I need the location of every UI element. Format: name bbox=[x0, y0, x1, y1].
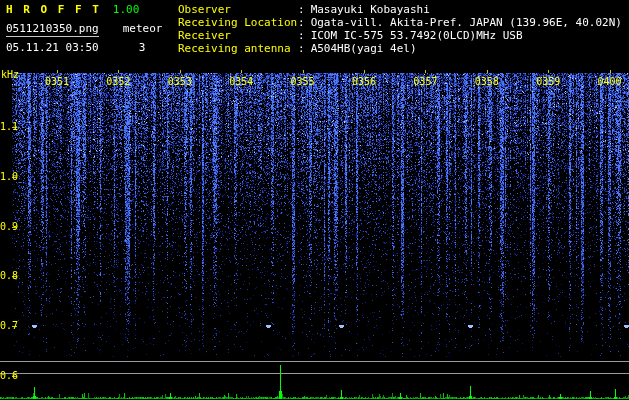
info-separator: : bbox=[298, 3, 305, 16]
info-value: Ogata-vill. Akita-Pref. JAPAN (139.96E, … bbox=[311, 16, 622, 29]
info-value: Masayuki Kobayashi bbox=[311, 3, 430, 16]
info-label: Receiver bbox=[178, 29, 298, 42]
spectrogram-canvas bbox=[0, 70, 629, 400]
app-title: H R O F F T bbox=[6, 3, 101, 16]
datetime-label: 05.11.21 03:50 bbox=[6, 41, 99, 54]
title-row: H R O F F T1.00 bbox=[6, 3, 178, 16]
app-version: 1.00 bbox=[113, 3, 140, 16]
info-separator: : bbox=[298, 16, 305, 29]
info-label: Receiving Location bbox=[178, 16, 298, 29]
file-row: 0511210350.pngmeteor bbox=[6, 22, 178, 35]
run-info: H R O F F T1.00 0511210350.pngmeteor 05.… bbox=[6, 3, 178, 54]
info-label: Receiving antenna bbox=[178, 42, 298, 55]
info-label: Observer bbox=[178, 3, 298, 16]
mode-label: meteor bbox=[123, 22, 163, 35]
output-filename: 0511210350.png bbox=[6, 22, 99, 37]
info-row-2: Receiver:ICOM IC-575 53.7492(0LCD)MHz US… bbox=[178, 29, 622, 42]
info-separator: : bbox=[298, 29, 305, 42]
station-info: Observer:Masayuki KobayashiReceiving Loc… bbox=[178, 3, 622, 55]
info-separator: : bbox=[298, 42, 305, 55]
info-row-0: Observer:Masayuki Kobayashi bbox=[178, 3, 622, 16]
datetime-row: 05.11.21 03:503 bbox=[6, 41, 178, 54]
info-value: A504HB(yagi 4el) bbox=[311, 42, 417, 55]
hrofft-window: H R O F F T1.00 0511210350.pngmeteor 05.… bbox=[0, 0, 629, 400]
info-row-1: Receiving Location:Ogata-vill. Akita-Pre… bbox=[178, 16, 622, 29]
info-value: ICOM IC-575 53.7492(0LCD)MHz USB bbox=[311, 29, 523, 42]
channel-number: 3 bbox=[139, 41, 146, 54]
y-axis-unit: kHz bbox=[1, 69, 19, 80]
info-row-3: Receiving antenna:A504HB(yagi 4el) bbox=[178, 42, 622, 55]
